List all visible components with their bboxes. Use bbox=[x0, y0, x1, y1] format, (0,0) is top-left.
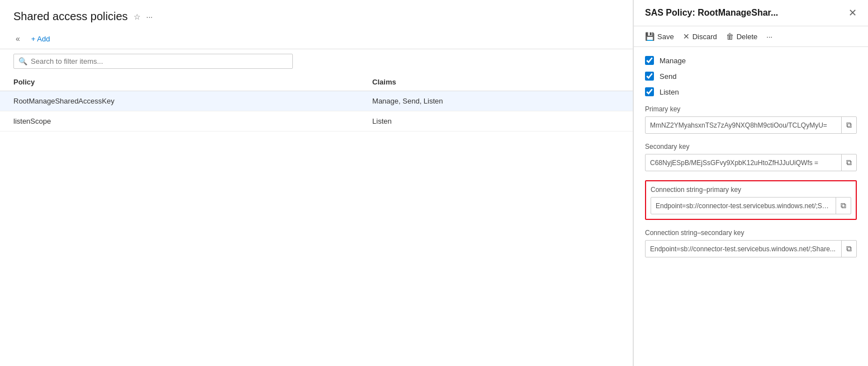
right-panel: SAS Policy: RootManageShar... ✕ 💾 Save ✕… bbox=[633, 0, 868, 366]
checkbox-row-listen: Listen bbox=[645, 87, 857, 96]
connection-string-primary-copy-button[interactable]: ⧉ bbox=[836, 198, 851, 214]
delete-button[interactable]: 🗑 Delete bbox=[726, 32, 758, 41]
connection-string-secondary-copy-button[interactable]: ⧉ bbox=[841, 241, 856, 257]
checkboxes-container: ManageSendListen bbox=[645, 56, 857, 96]
discard-label: Discard bbox=[692, 32, 717, 41]
primary-key-section: Primary key ⧉ bbox=[645, 105, 857, 134]
secondary-key-label: Secondary key bbox=[645, 143, 857, 151]
secondary-key-copy-button[interactable]: ⧉ bbox=[841, 154, 856, 171]
checkbox-row-send: Send bbox=[645, 72, 857, 81]
save-label: Save bbox=[657, 32, 674, 41]
listen-checkbox-label: Listen bbox=[660, 88, 679, 96]
secondary-key-input[interactable] bbox=[646, 156, 841, 170]
primary-key-input[interactable] bbox=[646, 118, 841, 133]
policy-column-header: Policy bbox=[0, 73, 359, 91]
page-title: Shared access policies bbox=[13, 10, 128, 23]
connection-string-secondary-input-wrap: ⧉ bbox=[645, 240, 857, 257]
policy-cell: listenScope bbox=[0, 111, 359, 132]
connection-string-primary-section: Connection string–primary key ⧉ bbox=[645, 180, 857, 220]
discard-icon: ✕ bbox=[683, 32, 690, 41]
discard-button[interactable]: ✕ Discard bbox=[683, 32, 717, 41]
connection-string-primary-input-wrap: ⧉ bbox=[651, 197, 851, 214]
panel-toolbar: 💾 Save ✕ Discard 🗑 Delete ··· bbox=[634, 26, 868, 47]
connection-string-primary-input[interactable] bbox=[651, 199, 836, 213]
claims-cell: Listen bbox=[359, 111, 633, 132]
claims-column-header: Claims bbox=[359, 73, 633, 91]
panel-content: ManageSendListen Primary key ⧉ Secondary… bbox=[634, 47, 868, 366]
delete-icon: 🗑 bbox=[726, 32, 734, 41]
send-checkbox-label: Send bbox=[660, 72, 676, 81]
panel-header: SAS Policy: RootManageShar... ✕ bbox=[634, 0, 868, 26]
delete-label: Delete bbox=[737, 32, 758, 41]
policies-table: Policy Claims RootManageSharedAccessKeyM… bbox=[0, 73, 633, 132]
more-options-icon[interactable]: ··· bbox=[146, 12, 153, 21]
connection-string-secondary-section: Connection string–secondary key ⧉ bbox=[645, 229, 857, 257]
panel-more-button[interactable]: ··· bbox=[766, 32, 772, 41]
claims-cell: Manage, Send, Listen bbox=[359, 91, 633, 111]
connection-string-primary-label: Connection string–primary key bbox=[651, 186, 851, 194]
connection-string-secondary-label: Connection string–secondary key bbox=[645, 229, 857, 237]
policy-cell: RootManageSharedAccessKey bbox=[0, 91, 359, 111]
table-container: Policy Claims RootManageSharedAccessKeyM… bbox=[0, 73, 633, 366]
connection-string-secondary-input[interactable] bbox=[646, 242, 841, 256]
table-header-row: Policy Claims bbox=[0, 73, 633, 91]
star-icon[interactable]: ☆ bbox=[134, 12, 141, 21]
close-button[interactable]: ✕ bbox=[848, 8, 857, 18]
collapse-button[interactable]: « bbox=[13, 32, 22, 45]
send-checkbox[interactable] bbox=[645, 72, 654, 81]
manage-checkbox-label: Manage bbox=[660, 57, 686, 65]
search-bar: 🔍 bbox=[0, 49, 633, 73]
primary-key-copy-button[interactable]: ⧉ bbox=[841, 117, 856, 133]
panel-title: SAS Policy: RootManageShar... bbox=[645, 8, 778, 18]
manage-checkbox[interactable] bbox=[645, 56, 654, 65]
checkbox-row-manage: Manage bbox=[645, 56, 857, 65]
secondary-key-input-wrap: ⧉ bbox=[645, 154, 857, 171]
add-button[interactable]: + Add bbox=[27, 32, 55, 45]
search-icon: 🔍 bbox=[18, 57, 27, 65]
primary-key-input-wrap: ⧉ bbox=[645, 116, 857, 134]
search-input-wrap: 🔍 bbox=[13, 54, 293, 69]
primary-key-label: Primary key bbox=[645, 105, 857, 113]
page-header: Shared access policies ☆ ··· bbox=[0, 0, 633, 29]
table-row[interactable]: listenScopeListen bbox=[0, 111, 633, 132]
table-row[interactable]: RootManageSharedAccessKeyManage, Send, L… bbox=[0, 91, 633, 111]
save-button[interactable]: 💾 Save bbox=[645, 32, 674, 41]
toolbar: « + Add bbox=[0, 29, 633, 49]
left-panel: Shared access policies ☆ ··· « + Add 🔍 P… bbox=[0, 0, 633, 366]
save-icon: 💾 bbox=[645, 32, 654, 41]
secondary-key-section: Secondary key ⧉ bbox=[645, 143, 857, 171]
listen-checkbox[interactable] bbox=[645, 87, 654, 96]
search-input[interactable] bbox=[31, 57, 288, 65]
